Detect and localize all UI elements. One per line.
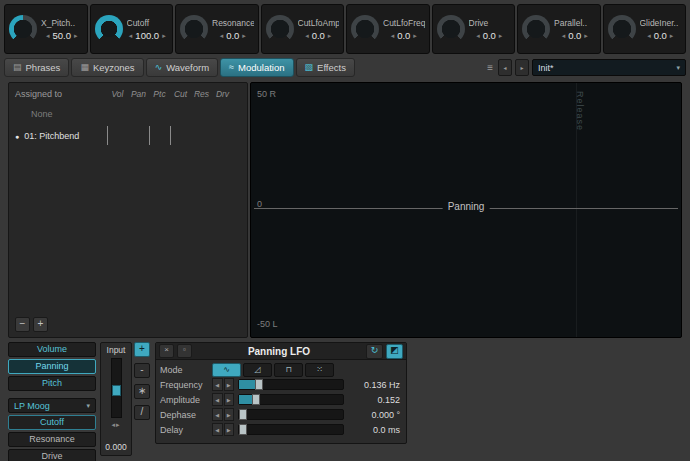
lfo-dephase-row: Dephase ◀▶ 0.000 ° [160, 407, 402, 422]
remove-button[interactable]: − [15, 317, 30, 332]
decrement-arrow-icon[interactable]: ◂ [562, 32, 566, 39]
decrement-arrow-icon[interactable]: ◂ [220, 32, 224, 39]
mode-square-button[interactable]: ⊓ [274, 363, 303, 377]
increment-arrow-icon[interactable]: ▸ [242, 32, 246, 39]
target-panning[interactable]: Panning [8, 359, 96, 374]
increment-arrow-icon[interactable]: ▸ [413, 32, 417, 39]
decrement-arrow-icon[interactable]: ◂ [46, 32, 50, 39]
tab-waveform[interactable]: ∿ Waveform [146, 58, 218, 77]
modulation-preset-dropdown[interactable]: Init* ▾ [532, 59, 686, 76]
preset-prev-button[interactable]: ◂ [498, 59, 512, 76]
preset-next-button[interactable]: ▸ [515, 59, 529, 76]
frequency-slider[interactable] [238, 379, 344, 390]
param-value: 0.000 ° [348, 410, 402, 420]
param-label: Frequency [160, 380, 208, 390]
decrement-arrow-icon[interactable]: ◂ [476, 32, 480, 39]
tab-effects[interactable]: ▧ Effects [296, 58, 355, 77]
tab-keyzones[interactable]: ▦ Keyzones [71, 58, 143, 77]
mode-saw-button[interactable]: ◿ [243, 363, 272, 377]
assigned-row-none[interactable]: None [9, 109, 247, 119]
increment-arrow-icon[interactable]: ▸ [74, 32, 78, 39]
ptc-range-widget[interactable] [149, 126, 150, 145]
increment-button[interactable]: ▶ [224, 378, 235, 391]
increment-button[interactable]: ▶ [224, 393, 235, 406]
modulation-target-list: Volume Panning Pitch LP Moog ▾ Cutoff Re… [8, 342, 96, 461]
decrement-button[interactable]: ◀ [212, 423, 223, 436]
minimize-icon[interactable]: ▫ [177, 344, 192, 358]
cut-range-widget[interactable] [170, 126, 171, 145]
modulation-graph[interactable]: 50 R 0 -50 L Release Panning [250, 82, 682, 338]
decrement-button[interactable]: ◀ [212, 408, 223, 421]
dephase-slider[interactable] [238, 409, 344, 420]
lfo-device: × ▫ Panning LFO ↻ ◩ Mode ∿ ◿ ⊓ ⁙ Frequen… [155, 342, 407, 444]
mode-sine-button[interactable]: ∿ [212, 363, 241, 377]
increment-arrow-icon[interactable]: ▸ [584, 32, 588, 39]
macro-value: 100.0 [135, 30, 159, 41]
instrument-selector-icon[interactable]: ≡ [485, 62, 495, 73]
increment-arrow-icon[interactable]: ▸ [499, 32, 503, 39]
target-cutoff[interactable]: Cutoff [8, 415, 96, 430]
slider-handle[interactable] [239, 424, 247, 435]
decrement-arrow-icon[interactable]: ◂ [305, 32, 309, 39]
decrement-arrow-icon[interactable]: ◂ [391, 32, 395, 39]
assigned-row-pitchbend[interactable]: ● 01: Pitchbend [9, 127, 247, 145]
amplitude-slider[interactable] [238, 394, 344, 405]
operator-buttons: + - ∗ / [134, 342, 150, 420]
tab-modulation[interactable]: ≈ Modulation [220, 58, 293, 77]
input-slider[interactable] [111, 358, 122, 418]
input-nudge-arrows-icon[interactable]: ◂▸ [111, 421, 120, 429]
filter-type-dropdown[interactable]: LP Moog ▾ [8, 398, 96, 413]
macro-module-2: Cutoff ◂100.0▸ [90, 4, 174, 54]
increment-button[interactable]: ▶ [224, 408, 235, 421]
increment-button[interactable]: ▶ [224, 423, 235, 436]
target-pitch[interactable]: Pitch [8, 376, 96, 391]
target-volume[interactable]: Volume [8, 342, 96, 357]
input-slider-handle[interactable] [112, 385, 121, 396]
mode-random-button[interactable]: ⁙ [305, 363, 334, 377]
target-resonance[interactable]: Resonance [8, 432, 96, 447]
tab-phrases[interactable]: ▤ Phrases [4, 58, 69, 77]
slider-handle[interactable] [252, 394, 260, 405]
external-editor-icon[interactable]: ◩ [386, 344, 403, 359]
assigned-to-panel: Assigned to Vol Pan Ptc Cut Res Drv None… [8, 82, 248, 338]
row-label: 01: Pitchbend [24, 131, 79, 141]
operator-divide-button[interactable]: / [134, 405, 150, 420]
knob-cutlfoamp[interactable] [266, 15, 294, 43]
decrement-arrow-icon[interactable]: ◂ [647, 32, 651, 39]
mode-label: Mode [160, 365, 208, 375]
slider-handle[interactable] [239, 409, 247, 420]
decrement-arrow-icon[interactable]: ◂ [129, 32, 133, 39]
knob-cutlfofreq[interactable] [351, 15, 379, 43]
operator-subtract-button[interactable]: - [134, 363, 150, 378]
input-panel: Input ◂▸ 0.000 [100, 342, 132, 456]
knob-drive[interactable] [437, 15, 465, 43]
close-icon[interactable]: × [159, 344, 174, 358]
column-cut: Cut [170, 89, 191, 99]
lfo-reset-icon[interactable]: ↻ [366, 344, 383, 359]
macro-value: 0.0 [397, 30, 410, 41]
increment-arrow-icon[interactable]: ▸ [162, 32, 166, 39]
operator-add-button[interactable]: + [134, 342, 150, 357]
vol-range-widget[interactable] [107, 126, 108, 145]
decrement-button[interactable]: ◀ [212, 378, 223, 391]
knob-x-pitch[interactable] [9, 15, 37, 43]
target-drive[interactable]: Drive [8, 449, 96, 461]
delay-slider[interactable] [238, 424, 344, 435]
knob-cutoff[interactable] [95, 15, 123, 43]
operator-multiply-button[interactable]: ∗ [134, 384, 150, 399]
param-value: 0.152 [348, 395, 402, 405]
knob-glideinertia[interactable] [608, 15, 636, 43]
knob-parallel[interactable] [522, 15, 550, 43]
macro-module-6: Drive ◂0.0▸ [432, 4, 516, 54]
param-value: 0.136 Hz [348, 380, 402, 390]
knob-resonance[interactable] [180, 15, 208, 43]
increment-arrow-icon[interactable]: ▸ [670, 32, 674, 39]
slider-handle[interactable] [255, 379, 263, 390]
add-button[interactable]: + [33, 317, 48, 332]
decrement-button[interactable]: ◀ [212, 393, 223, 406]
chevron-down-icon: ▾ [86, 400, 90, 412]
increment-arrow-icon[interactable]: ▸ [328, 32, 332, 39]
macro-value: 0.0 [654, 30, 667, 41]
macro-label: CutLfoAmp [298, 18, 340, 28]
macro-value: 0.0 [483, 30, 496, 41]
